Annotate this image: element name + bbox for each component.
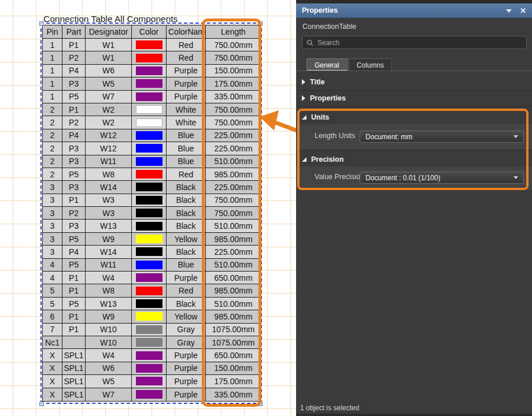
color-swatch (136, 105, 162, 114)
connection-table-body: 1P1W1Red750.00mm1P2W1Red750.00mm1P4W6Pur… (43, 39, 261, 401)
cell-color (132, 272, 167, 284)
cell-color (132, 220, 167, 232)
search-box[interactable] (302, 36, 527, 49)
cell-pin: 5 (43, 284, 62, 297)
panel-menu-button[interactable] (506, 7, 512, 14)
cell-color (132, 375, 167, 388)
selection-handle-bottom-left[interactable] (39, 402, 44, 406)
cell-color (132, 233, 167, 246)
cell-designator: W6 (86, 65, 132, 77)
length-units-dropdown[interactable]: Document: mm (360, 131, 524, 143)
cell-length: 985.00mm (206, 168, 261, 181)
cell-part: P5 (62, 259, 86, 272)
cell-designator: W10 (86, 324, 132, 336)
properties-panel: Properties ✕ ConnectionTable General Col… (296, 0, 532, 416)
cell-designator: W12 (86, 142, 132, 155)
cell-colorname: Black (167, 207, 206, 220)
color-swatch (136, 118, 162, 127)
section-label-properties: Properties (310, 94, 346, 102)
cell-length: 510.00mm (206, 298, 261, 310)
cell-designator: W2 (86, 116, 132, 129)
cell-part: P3 (62, 155, 86, 168)
table-row: XSPL1W6Purple150.00mm (43, 362, 261, 375)
color-swatch (136, 79, 162, 88)
cell-length: 335.00mm (206, 388, 261, 401)
table-row: Nc1W10Gray1075.00mm (43, 336, 261, 349)
panel-title: Properties (302, 6, 498, 14)
column-header-part: Part (62, 25, 86, 39)
selection-handle-bottom-right[interactable] (258, 402, 263, 406)
cell-colorname: Purple (167, 349, 206, 362)
cell-part: P3 (62, 220, 86, 232)
section-header-title[interactable]: Title (296, 75, 532, 89)
value-precision-dropdown[interactable]: Document : 0.01 (1/100) (360, 172, 524, 184)
color-swatch (136, 40, 162, 49)
units-section-content: Length Units Document: mm (296, 124, 532, 150)
color-swatch (136, 247, 162, 256)
color-swatch (136, 54, 162, 62)
cell-length: 175.00mm (206, 375, 261, 388)
cell-length: 510.00mm (206, 220, 261, 232)
cell-designator: W5 (86, 375, 132, 388)
cell-length: 510.00mm (206, 259, 261, 272)
cell-colorname: Red (167, 284, 206, 297)
cell-designator: W10 (86, 336, 132, 349)
panel-tabs: General Columns (306, 58, 393, 71)
cell-colorname: Black (167, 181, 206, 194)
cell-pin: 4 (43, 259, 62, 272)
cell-colorname: Black (167, 194, 206, 207)
tab-columns[interactable]: Columns (349, 58, 392, 71)
color-swatch (136, 364, 162, 373)
cell-part: P4 (62, 246, 86, 258)
section-header-units[interactable]: Units (296, 110, 532, 124)
cell-length: 750.00mm (206, 103, 261, 116)
cell-colorname: Red (167, 168, 206, 181)
cell-color (132, 91, 167, 103)
table-row: 2P4W12Blue225.00mm (43, 129, 261, 142)
section-header-precision[interactable]: Precision (296, 153, 532, 166)
table-row: 3P1W3Black750.00mm (43, 194, 261, 207)
cell-color (132, 388, 167, 401)
column-header-designator: Designator (86, 25, 132, 39)
selection-handle-top-right[interactable] (258, 21, 263, 26)
table-row: 2P3W11Blue510.00mm (43, 155, 261, 168)
cell-designator: W11 (86, 259, 132, 272)
cell-colorname: Blue (167, 129, 206, 142)
cell-designator: W3 (86, 207, 132, 220)
cell-part: P3 (62, 77, 86, 90)
cell-part: P5 (62, 298, 86, 310)
cell-part: P5 (62, 233, 86, 246)
table-row: 3P2W3Black750.00mm (43, 207, 261, 220)
cell-length: 225.00mm (206, 246, 261, 258)
cell-pin: X (43, 388, 62, 401)
chevron-down-icon (513, 135, 518, 138)
tab-general[interactable]: General (306, 58, 348, 71)
cell-designator: W8 (86, 284, 132, 297)
selection-handle-top-left[interactable] (39, 21, 44, 26)
cell-length: 225.00mm (206, 142, 261, 155)
cell-colorname: Purple (167, 388, 206, 401)
length-units-value: Document: mm (365, 133, 513, 141)
cell-pin: 1 (43, 39, 62, 51)
cell-part: P1 (62, 284, 86, 297)
cell-colorname: Red (167, 51, 206, 64)
cell-length: 985.00mm (206, 284, 261, 297)
cell-color (132, 168, 167, 181)
connection-table[interactable]: Pin Part Designator Color ColorName Leng… (42, 25, 261, 402)
cell-pin: 1 (43, 77, 62, 90)
cell-color (132, 284, 167, 297)
cell-color (132, 116, 167, 129)
cell-designator: W5 (86, 77, 132, 90)
table-row: 1P2W1Red750.00mm (43, 51, 261, 64)
cell-pin: 2 (43, 129, 62, 142)
search-input[interactable] (317, 39, 522, 47)
panel-close-button[interactable]: ✕ (520, 6, 526, 15)
cell-designator: W13 (86, 220, 132, 232)
cell-pin: 3 (43, 220, 62, 232)
cell-designator: W4 (86, 349, 132, 362)
cell-colorname: Black (167, 220, 206, 232)
section-header-properties[interactable]: Properties (296, 91, 532, 105)
table-row: 1P4W6Purple150.00mm (43, 65, 261, 77)
cell-color (132, 336, 167, 349)
cell-length: 1075.00mm (206, 336, 261, 349)
